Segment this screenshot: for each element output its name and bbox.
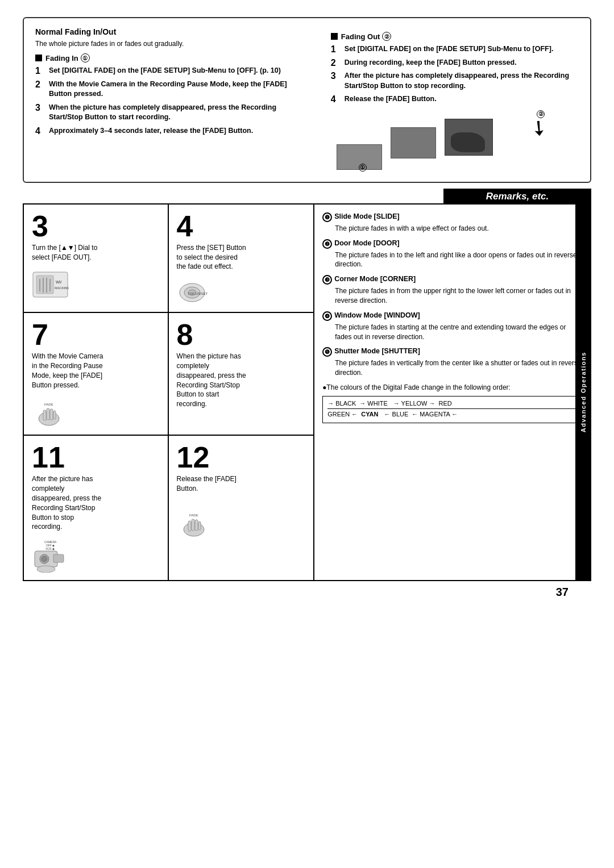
frame-3: [445, 119, 493, 156]
step-3: 3 When the picture has completely disapp…: [35, 103, 308, 123]
remark-slide: ❶ Slide Mode [SLIDE] The picture fades i…: [322, 212, 582, 233]
advanced-label: Advanced Operations: [580, 352, 587, 432]
step-cell-8: 8 When the picture hascompletelydisappea…: [169, 313, 314, 436]
fading-in-section: Normal Fading In/Out The whole picture f…: [35, 27, 308, 173]
svg-rect-30: [195, 520, 198, 531]
section-subtitle: The whole picture fades in or fades out …: [35, 40, 308, 48]
step-4: 4 Approximately 3–4 seconds later, relea…: [35, 126, 308, 136]
svg-rect-16: [50, 409, 53, 420]
section-title: Normal Fading In/Out: [35, 27, 308, 36]
remark-door: ❷ Door Mode [DOOR] The picture fades in …: [322, 239, 582, 270]
svg-text:FADE: FADE: [189, 514, 198, 517]
page-wrapper: Normal Fading In/Out The whole picture f…: [23, 17, 591, 599]
divider-left: [23, 189, 443, 205]
fading-in-heading: Fading In ①: [35, 53, 308, 62]
fade-button-icon: FADE: [32, 399, 66, 427]
svg-rect-14: [43, 410, 46, 420]
fade-button-icon-2: FADE: [177, 510, 211, 538]
camera-icon: CAMERA OFF ◆ VCR ◆: [32, 539, 72, 573]
remarks-label: Remarks, etc.: [443, 189, 591, 205]
step-1: 1 Set [DIGITAL FADE] on the [FADE SETUP]…: [35, 66, 308, 76]
diagram-arrow: ➘: [525, 113, 553, 142]
remark-corner: ❸ Corner Mode [CORNER] The picture fades…: [322, 275, 582, 306]
svg-rect-22: [53, 554, 64, 562]
color-order-diagram: → BLACK → WHITE → YELLOW → RED GREEN ← C…: [322, 396, 582, 423]
divider-row: Remarks, etc.: [23, 189, 591, 205]
fo-step-4: 4 Release the [FADE] Button.: [331, 94, 579, 105]
frame-2: [391, 127, 436, 158]
svg-rect-17: [53, 411, 56, 419]
step-cell-4: 4 Press the [SET] Buttonto select the de…: [169, 205, 314, 313]
svg-text:RACKING: RACKING: [55, 286, 69, 290]
step-cell-11: 11 After the picture hascompletelydisapp…: [24, 436, 169, 580]
svg-point-24: [42, 556, 47, 562]
svg-rect-15: [47, 408, 49, 420]
svg-text:FOCUS/SET: FOCUS/SET: [188, 292, 208, 295]
color-note: ●The colours of the Digital Fade change …: [322, 383, 582, 391]
svg-text:WI/: WI/: [56, 280, 62, 284]
svg-rect-29: [192, 519, 194, 531]
step-2: 2 With the Movie Camera in the Recording…: [35, 80, 308, 99]
step-cell-7: 7 With the Movie Camerain the Recording …: [24, 313, 169, 436]
fading-out-heading: Fading Out ②: [331, 32, 579, 41]
step-cell-12: 12 Release the [FADE]Button. FADE: [169, 436, 314, 580]
bullet-square: [35, 55, 42, 61]
color-row-2: GREEN ← CYAN ← BLUE ← MAGENTA ←: [327, 411, 577, 418]
svg-rect-1: [36, 276, 53, 294]
main-grid: 3 Turn the [▲▼] Dial toselect [FADE OUT]…: [23, 205, 591, 581]
fo-step-1: 1 Set [DIGITAL FADE] on the [FADE SETUP]…: [331, 44, 579, 55]
svg-point-25: [37, 566, 55, 573]
svg-rect-28: [188, 521, 191, 531]
remarks-area: ❶ Slide Mode [SLIDE] The picture fades i…: [314, 205, 590, 580]
bullet-square-2: [331, 33, 338, 40]
top-section: Normal Fading In/Out The whole picture f…: [23, 17, 591, 183]
fading-out-section: Fading Out ② 1 Set [DIGITAL FADE] on the…: [322, 27, 579, 173]
remark-window: ❹ Window Mode [WINDOW] The picture fades…: [322, 311, 582, 342]
advanced-operations-sidebar: Advanced Operations: [575, 205, 591, 580]
dial-icon: WI/ RACKING: [32, 271, 69, 298]
steps-grid: 3 Turn the [▲▼] Dial toselect [FADE OUT]…: [24, 205, 314, 580]
fo-step-2: 2 During recording, keep the [FADE] Butt…: [331, 58, 579, 68]
svg-rect-31: [198, 521, 201, 530]
svg-text:FADE: FADE: [44, 403, 53, 406]
page-number: 37: [23, 586, 591, 599]
fading-diagram: ② ➘ ①: [331, 110, 579, 173]
focus-set-icon: FOCUS/SET: [177, 281, 208, 304]
color-row-1: → BLACK → WHITE → YELLOW → RED: [327, 400, 577, 407]
remark-shutter: ❺ Shutter Mode [SHUTTER] The picture fad…: [322, 347, 582, 378]
fo-step-3: 3 After the picture has completely disap…: [331, 71, 579, 91]
svg-text:VCR ◆: VCR ◆: [45, 547, 55, 550]
step-cell-3: 3 Turn the [▲▼] Dial toselect [FADE OUT]…: [24, 205, 169, 313]
remarks-col: ❶ Slide Mode [SLIDE] The picture fades i…: [314, 205, 590, 580]
